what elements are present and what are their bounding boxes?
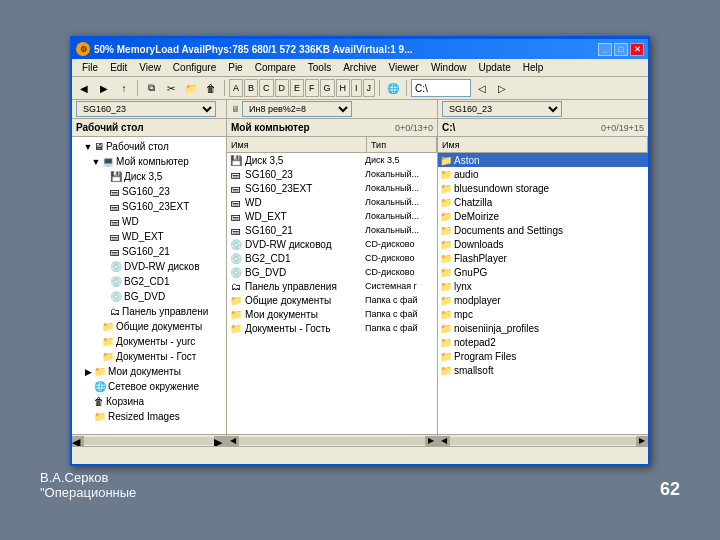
right-file-gnupg[interactable]: 📁 GnuPG <box>438 265 648 279</box>
right-file-audio[interactable]: 📁 audio <box>438 167 648 181</box>
menu-window[interactable]: Window <box>425 61 473 74</box>
tree-item-docs-guest[interactable]: 📁 Документы - Гост <box>72 349 226 364</box>
menu-file[interactable]: File <box>76 61 104 74</box>
tree-item-shared[interactable]: 📁 Общие документы <box>72 319 226 334</box>
copy-button[interactable]: ⧉ <box>142 79 160 97</box>
tree-item-bgdvd[interactable]: 💿 BG_DVD <box>72 289 226 304</box>
menu-configure[interactable]: Configure <box>167 61 222 74</box>
tree-item-sg21[interactable]: 🖴 SG160_21 <box>72 244 226 259</box>
file-row-bgdvd[interactable]: 💿 BG_DVD CD-дисково <box>227 265 437 279</box>
right-file-downloads[interactable]: 📁 Downloads <box>438 237 648 251</box>
menu-tools[interactable]: Tools <box>302 61 337 74</box>
right-file-notepad2[interactable]: 📁 notepad2 <box>438 335 648 349</box>
tree-expand-shared[interactable] <box>90 321 102 333</box>
prev-button[interactable]: ◁ <box>473 79 491 97</box>
back-button[interactable]: ◀ <box>75 79 93 97</box>
forward-button[interactable]: ▶ <box>95 79 113 97</box>
tree-expand-sg160[interactable] <box>98 186 110 198</box>
tree-item-panel[interactable]: 🗂 Панель управлени <box>72 304 226 319</box>
tree-expand-wdext[interactable] <box>98 231 110 243</box>
right-col-name[interactable]: Имя <box>438 137 648 152</box>
tree-expand-sg21[interactable] <box>98 246 110 258</box>
tree-expand-trash[interactable] <box>82 396 94 408</box>
up-button[interactable]: ↑ <box>115 79 133 97</box>
left-col-name[interactable]: Имя <box>227 137 367 152</box>
file-row-shareddocs[interactable]: 📁 Общие документы Папка с фай <box>227 293 437 307</box>
tree-item-bg2cd1[interactable]: 💿 BG2_CD1 <box>72 274 226 289</box>
tree-expand-sg160ext[interactable] <box>98 201 110 213</box>
maximize-button[interactable]: □ <box>614 43 628 56</box>
right-panel-selector[interactable]: SG160_23 <box>442 101 562 117</box>
drive-d[interactable]: D <box>275 79 290 97</box>
file-row-mydocs[interactable]: 📁 Мои документы Папка с фай <box>227 307 437 321</box>
drive-f[interactable]: F <box>305 79 319 97</box>
file-row-controlpanel[interactable]: 🗂 Панель управления Системная г <box>227 279 437 293</box>
menu-help[interactable]: Help <box>517 61 550 74</box>
tree-item-mycomputer[interactable]: ▼ 💻 Мой компьютер <box>72 154 226 169</box>
right-file-bluesundown[interactable]: 📁 bluesundown storage <box>438 181 648 195</box>
file-row-disk35[interactable]: 💾 Диск 3,5 Диск 3,5 <box>227 153 437 167</box>
tree-item-wdext[interactable]: 🖴 WD_EXT <box>72 229 226 244</box>
scroll-left-btn[interactable]: ◀ <box>72 436 84 446</box>
menu-viewer[interactable]: Viewer <box>383 61 425 74</box>
tree-item-dvdrw[interactable]: 💿 DVD-RW дисков <box>72 259 226 274</box>
right-file-noiseniinja[interactable]: 📁 noiseniinja_profiles <box>438 321 648 335</box>
right-file-aston[interactable]: 📁 Aston <box>438 153 648 167</box>
tree-expand-mycomputer[interactable]: ▼ <box>90 156 102 168</box>
close-button[interactable]: ✕ <box>630 43 644 56</box>
drive-e[interactable]: E <box>290 79 304 97</box>
tree-item-sg160[interactable]: 🖴 SG160_23 <box>72 184 226 199</box>
tree-expand-panel[interactable] <box>98 306 110 318</box>
file-row-bg2cd1[interactable]: 💿 BG2_CD1 CD-дисково <box>227 251 437 265</box>
right-file-flashplayer[interactable]: 📁 FlashPlayer <box>438 251 648 265</box>
menu-view[interactable]: View <box>133 61 167 74</box>
right-scroll-right[interactable]: ▶ <box>636 436 648 446</box>
tree-item-disk35[interactable]: 💾 Диск 3,5 <box>72 169 226 184</box>
left-panel-selector[interactable]: Ин8 рев%2=8 <box>242 101 352 117</box>
tree-item-sg160ext[interactable]: 🖴 SG160_23EXT <box>72 199 226 214</box>
right-scrollbar-h[interactable]: ◀ ▶ <box>438 434 648 446</box>
file-row-sg160ext[interactable]: 🖴 SG160_23EXT Локальный... <box>227 181 437 195</box>
menu-compare[interactable]: Compare <box>249 61 302 74</box>
tree-expand-resized[interactable] <box>82 411 94 423</box>
tree-expand-bgdvd[interactable] <box>98 291 110 303</box>
right-file-mpc[interactable]: 📁 mpc <box>438 307 648 321</box>
tree-expand-desktop[interactable]: ▼ <box>82 141 94 153</box>
tree-expand-docs-yurc[interactable] <box>90 336 102 348</box>
file-row-guestdocs[interactable]: 📁 Документы - Гость Папка с фай <box>227 321 437 335</box>
path-input[interactable]: C:\ <box>411 79 471 97</box>
move-button[interactable]: ✂ <box>162 79 180 97</box>
scroll-right-btn[interactable]: ▶ <box>214 436 226 446</box>
file-row-sg160[interactable]: 🖴 SG160_23 Локальный... <box>227 167 437 181</box>
right-file-modplayer[interactable]: 📁 modplayer <box>438 293 648 307</box>
right-file-docssettings[interactable]: 📁 Documents and Settings <box>438 223 648 237</box>
drive-h[interactable]: H <box>336 79 351 97</box>
tree-item-resized[interactable]: 📁 Resized Images <box>72 409 226 424</box>
tree-item-network[interactable]: 🌐 Сетевое окружение <box>72 379 226 394</box>
right-file-smallsoft[interactable]: 📁 smallsoft <box>438 363 648 377</box>
tree-item-wd[interactable]: 🖴 WD <box>72 214 226 229</box>
right-file-chatzilla[interactable]: 📁 Chatzilla <box>438 195 648 209</box>
menu-pie[interactable]: Pie <box>222 61 248 74</box>
tree-scrollbar-h[interactable]: ◀ ▶ <box>72 434 226 446</box>
tree-item-desktop[interactable]: ▼ 🖥 Рабочий стол <box>72 139 226 154</box>
right-file-lynx[interactable]: 📁 lynx <box>438 279 648 293</box>
tree-expand-docs-guest[interactable] <box>90 351 102 363</box>
file-row-sg21[interactable]: 🖴 SG160_21 Локальный... <box>227 223 437 237</box>
file-row-dvdrw[interactable]: 💿 DVD-RW дисковод CD-дисково <box>227 237 437 251</box>
tree-expand-mydocs[interactable]: ▶ <box>82 366 94 378</box>
menu-edit[interactable]: Edit <box>104 61 133 74</box>
next-button[interactable]: ▷ <box>493 79 511 97</box>
left-scroll-right[interactable]: ▶ <box>425 436 437 446</box>
right-file-demoirize[interactable]: 📁 DeMoirize <box>438 209 648 223</box>
right-file-programfiles[interactable]: 📁 Program Files <box>438 349 648 363</box>
menu-archive[interactable]: Archive <box>337 61 382 74</box>
tree-item-docs-yurc[interactable]: 📁 Документы - yurc <box>72 334 226 349</box>
right-scroll-left[interactable]: ◀ <box>438 436 450 446</box>
drive-a[interactable]: A <box>229 79 243 97</box>
tree-item-mydocs[interactable]: ▶ 📁 Мои документы <box>72 364 226 379</box>
left-col-type[interactable]: Тип <box>367 137 437 152</box>
drive-j[interactable]: J <box>363 79 376 97</box>
left-scroll-left[interactable]: ◀ <box>227 436 239 446</box>
drive-g[interactable]: G <box>320 79 335 97</box>
